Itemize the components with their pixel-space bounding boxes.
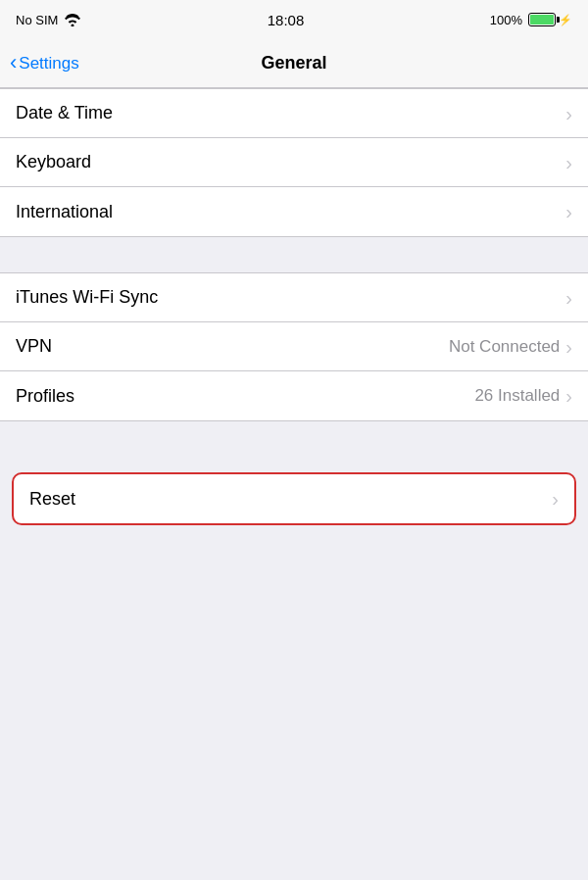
page-title: General — [261, 53, 326, 73]
settings-row-reset[interactable]: Reset › — [12, 472, 576, 525]
vpn-label: VPN — [16, 336, 52, 357]
date-time-label: Date & Time — [16, 103, 113, 123]
status-left: No SIM — [16, 13, 81, 27]
navigation-bar: ‹ Settings General — [0, 39, 588, 88]
reset-chevron-icon: › — [552, 489, 559, 509]
profiles-chevron-icon: › — [565, 386, 572, 406]
battery-fill — [530, 15, 554, 24]
carrier-text: No SIM — [16, 13, 58, 27]
date-time-right: › — [565, 104, 572, 123]
profiles-right: 26 Installed › — [474, 386, 572, 406]
battery-box — [528, 13, 556, 26]
international-label: International — [16, 202, 113, 222]
vpn-value: Not Connected — [449, 337, 560, 357]
battery-indicator: ⚡ — [528, 13, 572, 26]
profiles-label: Profiles — [16, 386, 74, 407]
section-gap-1 — [0, 237, 588, 272]
reset-label: Reset — [29, 489, 75, 510]
wifi-icon — [64, 14, 81, 26]
itunes-wifi-label: iTunes Wi-Fi Sync — [16, 287, 158, 308]
profiles-value: 26 Installed — [474, 386, 560, 406]
status-bar: No SIM 18:08 100% ⚡ — [0, 0, 588, 39]
keyboard-chevron-icon: › — [565, 153, 572, 172]
settings-row-date-time[interactable]: Date & Time › — [0, 89, 588, 138]
keyboard-right: › — [565, 153, 572, 172]
back-button[interactable]: ‹ Settings — [10, 53, 79, 73]
settings-group-1: Date & Time › Keyboard › International › — [0, 88, 588, 237]
status-time: 18:08 — [268, 12, 305, 28]
status-right: 100% ⚡ — [490, 13, 572, 27]
charging-icon: ⚡ — [559, 14, 572, 26]
itunes-wifi-chevron-icon: › — [565, 288, 572, 308]
reset-right: › — [552, 489, 559, 509]
vpn-chevron-icon: › — [565, 337, 572, 357]
settings-row-profiles[interactable]: Profiles 26 Installed › — [0, 371, 588, 420]
settings-row-itunes-wifi[interactable]: iTunes Wi-Fi Sync › — [0, 273, 588, 322]
international-right: › — [565, 202, 572, 221]
svg-point-0 — [72, 24, 74, 26]
settings-row-international[interactable]: International › — [0, 187, 588, 236]
date-time-chevron-icon: › — [565, 104, 572, 123]
section-gap-2 — [0, 421, 588, 457]
back-button-label: Settings — [19, 54, 78, 73]
back-chevron-icon: ‹ — [10, 52, 17, 73]
vpn-right: Not Connected › — [449, 337, 572, 357]
settings-group-2: iTunes Wi-Fi Sync › VPN Not Connected › … — [0, 272, 588, 421]
itunes-wifi-right: › — [565, 288, 572, 308]
battery-percent: 100% — [490, 13, 522, 27]
settings-row-keyboard[interactable]: Keyboard › — [0, 138, 588, 187]
reset-section-wrapper: Reset › — [0, 472, 588, 525]
settings-row-vpn[interactable]: VPN Not Connected › — [0, 322, 588, 371]
keyboard-label: Keyboard — [16, 152, 91, 172]
international-chevron-icon: › — [565, 202, 572, 221]
